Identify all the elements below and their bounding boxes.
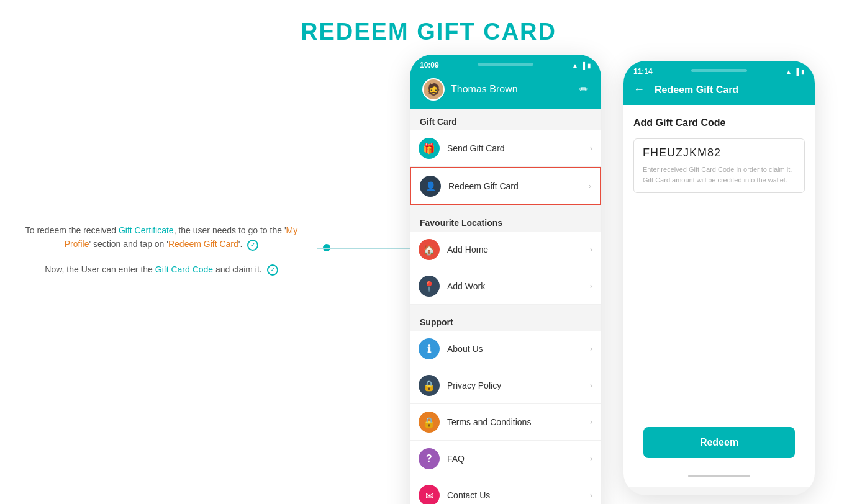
about-icon: ℹ — [419, 338, 440, 359]
battery-icon-2: ▮ — [801, 68, 805, 75]
add-home-label: Add Home — [447, 245, 590, 254]
menu-item-redeem-gift[interactable]: 👤 Redeem Gift Card › — [410, 167, 601, 205]
check-icon-2: ✓ — [267, 264, 278, 276]
signal-icon-2: ▐ — [794, 68, 799, 75]
add-work-icon: 📍 — [419, 276, 440, 297]
wifi-icon-2: ▲ — [786, 68, 792, 75]
ann-gift-code: Gift Card Code — [155, 264, 213, 274]
phone-1: 10:09 ▲ ▐ ▮ 🧔 Thomas Brown ✏ — [410, 55, 601, 504]
ann-line1-end: ' section and tap on ' — [89, 239, 168, 249]
divider-1 — [410, 205, 601, 210]
faq-label: FAQ — [447, 454, 590, 464]
section-fav-locations: Favourite Locations — [410, 210, 601, 232]
gift-code-heading: Add Gift Card Code — [633, 117, 805, 128]
notch-pill-2 — [691, 69, 747, 72]
check-icon-1: ✓ — [247, 240, 258, 251]
menu-item-add-home[interactable]: 🏠 Add Home › — [410, 232, 601, 268]
send-gift-icon: 🎁 — [419, 138, 440, 159]
status-bar-1: 10:09 ▲ ▐ ▮ — [420, 61, 591, 73]
phone2-nav: ← Redeem Gift Card — [633, 83, 805, 96]
home-indicator-2 — [688, 475, 750, 477]
notch-area-2 — [691, 69, 747, 74]
section-gift-card: Gift Card — [410, 109, 601, 130]
add-work-label: Add Work — [447, 281, 590, 291]
menu-item-about[interactable]: ℹ About Us › — [410, 331, 601, 367]
faq-icon: ? — [419, 448, 440, 469]
ann-gift-cert: Gift Certificate — [119, 225, 174, 235]
section-support: Support — [410, 310, 601, 331]
menu-body: Gift Card 🎁 Send Gift Card › 👤 Redeem Gi… — [410, 109, 601, 504]
status-bar-2: 11:14 ▲ ▐ ▮ — [633, 67, 805, 79]
phones-area: 10:09 ▲ ▐ ▮ 🧔 Thomas Brown ✏ — [410, 55, 815, 504]
send-gift-label: Send Gift Card — [447, 143, 590, 153]
chevron-icon-8: › — [590, 454, 592, 463]
screen-title: Redeem Gift Card — [655, 84, 738, 96]
back-arrow[interactable]: ← — [633, 83, 645, 96]
contact-icon: ✉ — [419, 485, 440, 504]
contact-label: Contact Us — [447, 490, 590, 500]
redeem-gift-icon: 👤 — [420, 176, 441, 197]
ann-line2-prefix: Now, the User can enter the — [45, 264, 155, 274]
menu-item-faq[interactable]: ? FAQ › — [410, 441, 601, 477]
wifi-icon: ▲ — [572, 62, 578, 69]
chevron-icon-2: › — [589, 182, 591, 191]
chevron-icon: › — [590, 144, 592, 153]
avatar: 🧔 — [422, 78, 445, 101]
privacy-label: Privacy Policy — [447, 380, 590, 390]
signal-icon: ▐ — [581, 62, 585, 69]
phone2-header: 11:14 ▲ ▐ ▮ ← Redeem Gift Card — [623, 61, 815, 105]
chevron-icon-5: › — [590, 344, 592, 353]
battery-icon: ▮ — [587, 62, 591, 69]
menu-item-contact[interactable]: ✉ Contact Us › — [410, 477, 601, 504]
add-home-icon: 🏠 — [419, 239, 440, 260]
menu-item-privacy[interactable]: 🔒 Privacy Policy › — [410, 367, 601, 404]
menu-item-add-work[interactable]: 📍 Add Work › — [410, 268, 601, 305]
page-title: REDEEM GIFT CARD — [0, 0, 857, 58]
code-input-box[interactable]: FHEUZJKM82 Enter received Gift Card Code… — [633, 138, 805, 193]
menu-item-send-gift[interactable]: 🎁 Send Gift Card › — [410, 130, 601, 167]
terms-label: Terms and Conditions — [447, 417, 590, 427]
notch-pill-1 — [478, 63, 533, 66]
chevron-icon-9: › — [590, 491, 592, 500]
status-icons-1: ▲ ▐ ▮ — [572, 62, 591, 69]
phone-2: 11:14 ▲ ▐ ▮ ← Redeem Gift Card Add Gift … — [623, 61, 815, 495]
code-value: FHEUZJKM82 — [643, 146, 796, 160]
ann-line2-end: and claim it. — [213, 264, 262, 274]
profile-bar[interactable]: 🧔 Thomas Brown ✏ — [420, 73, 591, 109]
chevron-icon-6: › — [590, 381, 592, 390]
ann-line1-prefix: To redeem the received — [25, 225, 119, 235]
phone2-bottom — [623, 465, 815, 487]
chevron-icon-4: › — [590, 282, 592, 290]
status-time-1: 10:09 — [420, 61, 439, 70]
avatar-face: 🧔 — [427, 83, 440, 96]
redeem-button[interactable]: Redeem — [643, 427, 795, 458]
edit-icon[interactable]: ✏ — [579, 83, 589, 96]
chevron-icon-3: › — [590, 245, 592, 254]
divider-2 — [410, 305, 601, 310]
phone1-header: 10:09 ▲ ▐ ▮ 🧔 Thomas Brown ✏ — [410, 55, 601, 109]
chevron-icon-7: › — [590, 418, 592, 426]
ann-redeem-gift: Redeem Gift Card — [168, 239, 238, 249]
menu-item-terms[interactable]: 🔒 Terms and Conditions › — [410, 404, 601, 441]
profile-name: Thomas Brown — [451, 84, 579, 95]
about-label: About Us — [447, 344, 590, 354]
ann-line1-cont: , the user needs to go to the ' — [174, 225, 286, 235]
annotation-block: To redeem the received Gift Certificate,… — [19, 223, 304, 287]
notch-area-1 — [478, 63, 533, 68]
status-icons-2: ▲ ▐ ▮ — [786, 68, 805, 75]
code-hint: Enter received Gift Card Code in order t… — [643, 164, 796, 185]
status-time-2: 11:14 — [633, 67, 653, 76]
phone2-body: Add Gift Card Code FHEUZJKM82 Enter rece… — [623, 105, 815, 465]
redeem-gift-label: Redeem Gift Card — [448, 181, 589, 191]
ann-line1-end2: '. — [238, 239, 243, 249]
terms-icon: 🔒 — [419, 412, 440, 433]
privacy-icon: 🔒 — [419, 375, 440, 396]
